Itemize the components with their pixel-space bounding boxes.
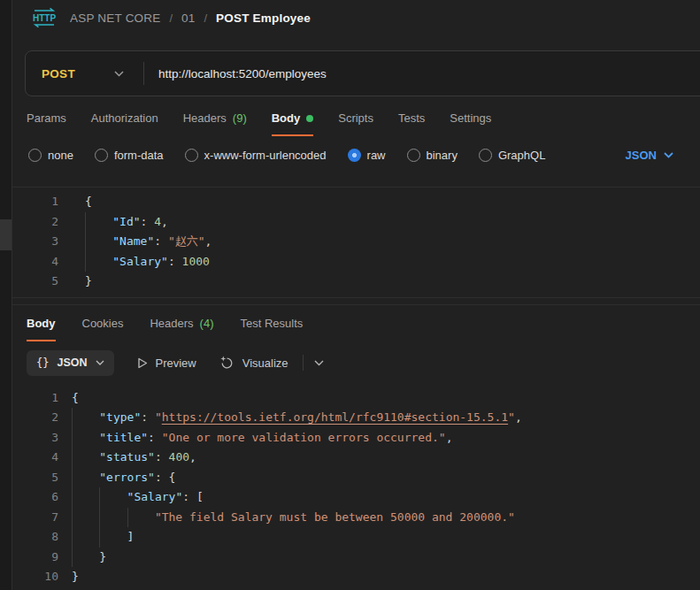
radio-none[interactable]: none xyxy=(28,149,73,162)
headers-count-badge: (9) xyxy=(233,111,247,125)
code-token: : xyxy=(155,468,169,488)
unsaved-changes-dot xyxy=(306,115,313,122)
code-token: { xyxy=(169,468,176,488)
request-pane: HTTP ASP NET CORE / 01 / POST Employee P… xyxy=(12,0,700,590)
line-number: 5 xyxy=(12,468,58,488)
response-format-button[interactable]: {} JSON xyxy=(27,350,114,376)
code-token: { xyxy=(85,192,92,212)
breadcrumb-separator: / xyxy=(169,11,173,25)
indent-guide xyxy=(72,548,99,568)
tab-label: Settings xyxy=(450,111,491,125)
indent-guide xyxy=(99,508,127,528)
breadcrumb-separator: / xyxy=(204,11,207,25)
body-language-selector[interactable]: JSON xyxy=(626,149,686,162)
radio-x-www-form-urlencoded[interactable]: x-www-form-urlencoded xyxy=(185,149,327,162)
braces-icon: {} xyxy=(36,356,49,369)
indent-guide xyxy=(72,487,99,508)
visualize-button[interactable]: Visualize xyxy=(219,356,288,371)
response-tab-test-results[interactable]: Test Results xyxy=(241,317,304,341)
code-token: [ xyxy=(196,487,204,508)
chevron-down-icon[interactable] xyxy=(314,360,324,366)
request-tabs: Params Authorization Headers(9) Body Scr… xyxy=(12,96,700,136)
radio-form-data[interactable]: form-data xyxy=(95,149,164,162)
line-number: 3 xyxy=(12,232,58,252)
line-number: 7 xyxy=(12,508,58,528)
code-line: 9} xyxy=(12,548,700,568)
indent-guide xyxy=(99,487,127,508)
request-body-editor[interactable]: 1{2"Id": 4,3"Name": "赵六",4"Salary": 1000… xyxy=(12,187,700,298)
language-label: JSON xyxy=(626,149,657,162)
indent-guide xyxy=(72,508,99,528)
tab-headers[interactable]: Headers(9) xyxy=(183,111,247,136)
indent-guide xyxy=(127,508,155,528)
indent-guide xyxy=(99,527,127,548)
tab-label: Body xyxy=(27,317,56,330)
breadcrumb-request-name[interactable]: POST Employee xyxy=(216,11,311,25)
divider xyxy=(303,355,304,371)
visualize-label: Visualize xyxy=(242,356,288,370)
radio-icon xyxy=(407,149,420,162)
radio-raw[interactable]: raw xyxy=(348,149,386,162)
line-number: 2 xyxy=(12,212,58,233)
tab-scripts[interactable]: Scripts xyxy=(338,111,373,136)
radio-selected-icon xyxy=(348,149,361,162)
code-token: "One or more validation errors occurred.… xyxy=(162,428,446,448)
tab-label: Params xyxy=(27,111,66,125)
left-rail xyxy=(0,0,12,590)
code-token: : xyxy=(141,408,155,428)
tab-label: Test Results xyxy=(241,317,304,330)
line-number: 1 xyxy=(12,192,58,212)
tab-authorization[interactable]: Authorization xyxy=(91,111,158,136)
radio-icon xyxy=(479,149,492,162)
code-token: : xyxy=(168,252,182,272)
breadcrumb-workspace[interactable]: ASP NET CORE xyxy=(70,11,160,25)
breadcrumb: HTTP ASP NET CORE / 01 / POST Employee xyxy=(12,0,700,35)
code-line: 3"Name": "赵六", xyxy=(12,232,700,252)
chevron-down-icon xyxy=(664,152,673,158)
code-token: 1000 xyxy=(182,252,210,272)
code-token: "status" xyxy=(99,448,155,468)
line-number: 4 xyxy=(12,252,58,272)
code-token: "Salary" xyxy=(112,252,168,272)
radio-binary[interactable]: binary xyxy=(407,149,458,162)
code-token: "errors" xyxy=(99,468,155,488)
code-token: "Name" xyxy=(112,232,154,252)
tab-settings[interactable]: Settings xyxy=(450,111,491,136)
line-number: 3 xyxy=(12,428,58,448)
tab-params[interactable]: Params xyxy=(27,111,66,136)
breadcrumb-folder[interactable]: 01 xyxy=(181,11,195,25)
method-selector[interactable]: POST xyxy=(26,67,143,80)
magic-sparkle-icon xyxy=(219,356,235,371)
response-tab-body[interactable]: Body xyxy=(27,317,56,341)
code-token: : xyxy=(155,448,169,468)
code-token: "title" xyxy=(99,428,148,448)
indent-guide xyxy=(85,232,112,252)
code-line: 7"The field Salary must be between 50000… xyxy=(12,508,700,528)
response-tabs: Body Cookies Headers(4) Test Results xyxy=(12,305,700,341)
code-token: ] xyxy=(127,527,135,548)
code-token: : xyxy=(182,487,196,508)
code-token: "Salary" xyxy=(127,487,183,508)
preview-button[interactable]: Preview xyxy=(137,356,196,370)
http-request-icon: HTTP xyxy=(30,7,58,28)
line-number: 6 xyxy=(12,487,58,508)
tab-body[interactable]: Body xyxy=(272,111,314,136)
response-body-viewer[interactable]: 1{2"type": "https://tools.ietf.org/html/… xyxy=(12,387,700,587)
radio-label: binary xyxy=(427,149,458,162)
response-link[interactable]: https://tools.ietf.org/html/rfc9110#sect… xyxy=(162,408,508,428)
url-input[interactable] xyxy=(144,66,700,81)
response-tab-headers[interactable]: Headers(4) xyxy=(150,317,213,341)
line-number: 2 xyxy=(12,408,58,428)
line-number: 1 xyxy=(12,388,58,409)
tab-tests[interactable]: Tests xyxy=(398,111,425,136)
tab-label: Headers xyxy=(183,111,227,125)
sidebar-resize-handle[interactable] xyxy=(0,219,12,250)
radio-label: GraphQL xyxy=(498,149,545,162)
code-token: , xyxy=(205,232,212,252)
code-line: 3"title": "One or more validation errors… xyxy=(12,428,700,448)
radio-graphql[interactable]: GraphQL xyxy=(479,149,545,162)
code-line: 2"type": "https://tools.ietf.org/html/rf… xyxy=(12,408,700,428)
response-tab-cookies[interactable]: Cookies xyxy=(82,317,124,341)
code-token: } xyxy=(72,567,79,587)
svg-text:HTTP: HTTP xyxy=(33,13,56,23)
